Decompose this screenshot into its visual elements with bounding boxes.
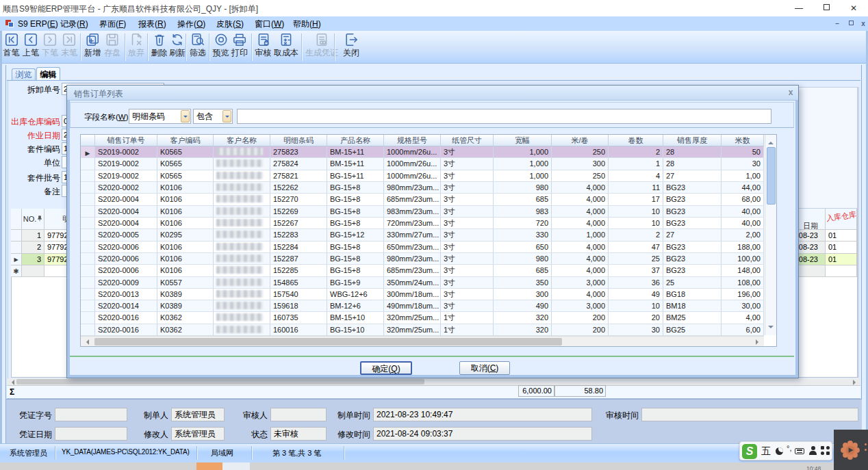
- taskbar-button-light[interactable]: [222, 462, 250, 470]
- table-header-cell[interactable]: 纸管尺寸: [441, 135, 494, 146]
- tab-browse[interactable]: 浏览: [12, 68, 36, 81]
- toolbar-button-printer[interactable]: 打印: [230, 32, 249, 59]
- filter-field-select[interactable]: 明细条码: [129, 109, 191, 124]
- toolbar-button-doc-new[interactable]: 新增: [83, 32, 102, 59]
- table-header-cell[interactable]: [81, 135, 95, 146]
- table-row-3[interactable]: S2020-0002K0106152262BG-15+8980mm/23um..…: [81, 182, 764, 194]
- person-icon[interactable]: [809, 446, 817, 455]
- ime-mode-label[interactable]: 五: [761, 445, 771, 458]
- table-header-cell[interactable]: 卷数: [609, 135, 663, 146]
- table-cell: [81, 218, 95, 229]
- nav-first-icon: [4, 32, 19, 47]
- table-header-cell[interactable]: 明细条码: [270, 135, 327, 146]
- filter-operator-select[interactable]: 包含: [193, 109, 233, 124]
- toolbar-button-refresh[interactable]: 刷新: [168, 32, 187, 59]
- chevron-down-icon[interactable]: [222, 110, 231, 122]
- toolbar-button-preview-eye[interactable]: 预览: [212, 32, 230, 59]
- menu-item-7[interactable]: 帮助(H): [293, 18, 321, 29]
- table-header-cell[interactable]: 米/卷: [552, 135, 609, 146]
- dialog-titlebar: 销售订单列表 x: [67, 86, 798, 101]
- table-row-14[interactable]: S2020-0016K0362160735BM-15+10320mm/25um.…: [81, 312, 764, 324]
- toolbar-separator: [125, 34, 125, 61]
- table-vscrollbar-thumb[interactable]: [767, 147, 776, 205]
- toolbar-button-nav-prev[interactable]: 上笔: [21, 32, 40, 59]
- detail-cell-no: 2: [22, 241, 44, 253]
- chevron-down-icon[interactable]: [181, 110, 190, 122]
- window-close-button[interactable]: ✕: [840, 0, 867, 16]
- toolbar-button-nav-first[interactable]: 首笔: [1, 32, 21, 59]
- table-cell: [81, 194, 95, 205]
- table-row-9[interactable]: S2020-0006K0106152287BG-15+8980mm/23um..…: [81, 253, 764, 265]
- detail-row-selector[interactable]: ✱: [11, 265, 22, 277]
- menu-item-2[interactable]: 界面(F): [99, 18, 126, 29]
- taskbar-button-orange[interactable]: [196, 462, 222, 470]
- toolbar-button-trash[interactable]: 删除: [150, 32, 168, 59]
- toolbar-button-doc-audit[interactable]: 审核: [254, 32, 272, 59]
- table-header-cell[interactable]: 米数: [722, 135, 764, 146]
- dialog-close-icon[interactable]: x: [786, 88, 795, 99]
- customer-name-redacted: [216, 313, 263, 321]
- menu-item-5[interactable]: 皮肤(S): [216, 18, 244, 29]
- table-row-5[interactable]: S2020-0004K0106152269BG-15+8983mm/23um..…: [81, 206, 764, 218]
- table-cell: BM25: [663, 312, 722, 324]
- menu-item-0[interactable]: S9 ERP(E): [18, 18, 58, 29]
- table-row-11[interactable]: S2020-0009K0557154865BG-15+9350mm/24um..…: [81, 277, 764, 289]
- table-row-7[interactable]: S2020-0005K0295152283BG-15+12330mm/27um.…: [81, 229, 764, 241]
- window-frame-left: [0, 31, 2, 443]
- panel-right-border: [858, 87, 859, 378]
- table-header-cell[interactable]: 销售厚度: [663, 135, 722, 146]
- toolbar-button-doc-search[interactable]: 筛选: [188, 32, 207, 59]
- menu-item-4[interactable]: 操作(O): [177, 18, 205, 29]
- moon-icon[interactable]: [776, 447, 783, 455]
- table-header-cell[interactable]: 产品名称: [327, 135, 384, 146]
- table-row-1[interactable]: S2019-0002K0565275824BM-15+111000mm/26u.…: [81, 158, 764, 170]
- menu-item-3[interactable]: 报表(R): [138, 18, 166, 29]
- table-row-0[interactable]: ▶S2019-0002K0565275823BM-15+111000mm/26u…: [81, 146, 764, 158]
- table-row-12[interactable]: S2020-0013K0389157540WBG-12+6300mm/18um.…: [81, 289, 764, 300]
- detail-row-selector[interactable]: [11, 230, 22, 241]
- keyboard-icon[interactable]: [795, 448, 804, 454]
- toolbar-separator: [80, 34, 81, 61]
- detail-row-selector[interactable]: ▶: [11, 254, 22, 265]
- ok-button[interactable]: 确定(Q): [360, 361, 412, 375]
- main-hscrollbar[interactable]: [7, 378, 860, 385]
- doc-search-icon: [190, 32, 205, 47]
- mdi-restore-icon[interactable]: [846, 19, 856, 29]
- window-maximize-button[interactable]: [813, 0, 840, 16]
- main-hscrollbar-thumb[interactable]: [16, 379, 424, 384]
- table-header-cell[interactable]: 销售订单号: [95, 135, 157, 146]
- tab-edit[interactable]: 编辑: [36, 67, 60, 81]
- detail-row-selector[interactable]: [11, 241, 22, 253]
- table-row-4[interactable]: S2020-0004K0106152270BG-15+8685mm/23um..…: [81, 194, 764, 205]
- table-hscrollbar-thumb[interactable]: [94, 338, 562, 345]
- table-cell: 30: [609, 324, 663, 336]
- table-vscrollbar[interactable]: [765, 135, 776, 335]
- mdi-minimize-icon[interactable]: –: [832, 19, 842, 29]
- toolbox-icon[interactable]: [821, 446, 830, 455]
- table-row-6[interactable]: S2020-0004K0106152267BG-15+8720mm/23um..…: [81, 218, 764, 229]
- mdi-close-icon[interactable]: x: [858, 19, 868, 29]
- menu-item-6[interactable]: 窗口(W): [255, 18, 284, 29]
- punctuation-icon[interactable]: °,: [787, 444, 791, 452]
- table-row-15[interactable]: S2020-0016K0362160016BG-15+10320mm/25um.…: [81, 324, 764, 336]
- recorder-flower-icon[interactable]: [839, 439, 862, 462]
- toolbar-button-doc-calc[interactable]: 取成本: [272, 32, 300, 59]
- table-hscrollbar[interactable]: [81, 336, 764, 346]
- table-row-10[interactable]: S2020-0006K0106152285BG-15+8685mm/23um..…: [81, 265, 764, 276]
- table-row-2[interactable]: S2019-0002K0565275821BG-15+111000mm/26u.…: [81, 170, 764, 182]
- table-cell: 1000mm/26u...: [384, 158, 441, 170]
- table-cell: 1寸: [441, 312, 494, 324]
- table-row-13[interactable]: S2020-0014K0389159618BM-12+6490mm/18um..…: [81, 300, 764, 312]
- sogou-logo-icon[interactable]: S: [742, 444, 757, 459]
- table-header-cell[interactable]: 规格型号: [384, 135, 441, 146]
- filter-search-input[interactable]: [237, 109, 771, 124]
- toolbar-button-exit-door[interactable]: 关闭: [341, 32, 361, 59]
- table-header-cell[interactable]: 宽幅: [494, 135, 552, 146]
- table-header-cell[interactable]: 客户名称: [214, 135, 270, 146]
- menu-item-1[interactable]: 记录(R): [60, 18, 88, 29]
- table-row-8[interactable]: S2020-0006K0106152284BG-15+8650mm/23um..…: [81, 241, 764, 253]
- table-cell: 3寸: [441, 265, 494, 276]
- window-minimize-button[interactable]: —: [785, 0, 813, 16]
- table-header-cell[interactable]: 客户编码: [157, 135, 214, 146]
- cancel-button[interactable]: 取消(C): [459, 361, 510, 375]
